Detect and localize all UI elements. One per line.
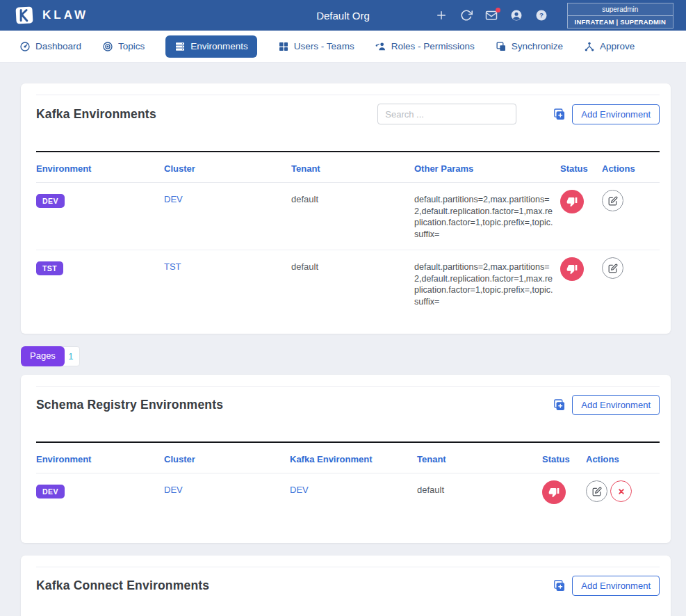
- column-header: Cluster: [164, 442, 290, 473]
- plus-icon[interactable]: [435, 9, 448, 22]
- column-header: Kafka Environment: [290, 442, 417, 473]
- tab-label: Roles - Permissions: [391, 41, 475, 51]
- tenant-cell: default: [417, 473, 542, 527]
- column-header: Actions: [586, 442, 660, 473]
- pages-label: Pages: [21, 346, 65, 366]
- other-params: default.partitions=2,max.partitions=2,de…: [414, 194, 555, 240]
- edit-icon[interactable]: [602, 257, 623, 279]
- navbar-actions: ? superadmin INFRATEAM | SUPERADMIN: [435, 3, 673, 29]
- dashboard-icon: [19, 41, 31, 52]
- table-row: DEV DEV DEV default: [36, 473, 660, 527]
- topics-icon: [102, 41, 113, 52]
- search-input[interactable]: [377, 104, 516, 124]
- tab-topics[interactable]: Topics: [102, 41, 145, 52]
- kafka-environments-table: Environment Cluster Tenant Other Params …: [36, 151, 660, 317]
- tab-approve[interactable]: Approve: [584, 41, 635, 52]
- mail-icon[interactable]: [485, 9, 498, 22]
- refresh-icon[interactable]: [460, 9, 473, 22]
- team-role: INFRATEAM | SUPERADMIN: [567, 15, 673, 29]
- tab-label: Topics: [118, 41, 145, 51]
- tab-label: Dashboard: [35, 41, 81, 51]
- tab-roles-permissions[interactable]: Roles - Permissions: [375, 41, 475, 52]
- tab-synchronize[interactable]: Synchronize: [496, 41, 563, 52]
- column-header: Status: [542, 442, 586, 473]
- tab-dashboard[interactable]: Dashboard: [19, 41, 81, 52]
- tenant-cell: default: [291, 250, 414, 318]
- column-header: Actions: [602, 152, 660, 183]
- tab-users-teams[interactable]: Users - Teams: [278, 41, 354, 52]
- kafka-environment-link[interactable]: DEV: [290, 485, 309, 495]
- column-header: Environment: [36, 152, 164, 183]
- kafka-environments-card: Kafka Environments Add Environment Envir…: [21, 83, 671, 334]
- delete-icon[interactable]: [610, 480, 632, 502]
- copy-add-icon[interactable]: [553, 398, 566, 412]
- environment-badge: TST: [36, 261, 63, 275]
- svg-text:?: ?: [539, 11, 544, 19]
- tab-environments[interactable]: Environments: [165, 35, 257, 58]
- cluster-link[interactable]: TST: [164, 261, 181, 272]
- column-header: Tenant: [417, 442, 542, 473]
- tab-label: Approve: [600, 41, 635, 51]
- brand[interactable]: KLAW: [14, 5, 88, 26]
- kafka-connect-environments-card: Kafka Connect Environments Add Environme…: [21, 556, 671, 616]
- cluster-link[interactable]: DEV: [164, 485, 183, 495]
- environment-badge: DEV: [36, 194, 65, 208]
- other-params: default.partitions=2,max.partitions=2,de…: [414, 261, 555, 307]
- approve-icon: [584, 41, 595, 52]
- environments-icon: [174, 41, 186, 52]
- thumbs-down-icon[interactable]: [542, 480, 566, 504]
- page-title: Kafka Environments: [36, 107, 377, 122]
- synchronize-icon: [496, 41, 507, 52]
- column-header: Other Params: [414, 152, 560, 183]
- user-circle-icon[interactable]: [510, 9, 523, 22]
- column-header: Status: [560, 152, 602, 183]
- notification-dot: [496, 8, 500, 13]
- username: superadmin: [567, 3, 673, 15]
- top-navbar: KLAW Default Org ? superadmin INFRATEAM …: [0, 0, 686, 31]
- copy-add-icon[interactable]: [553, 108, 566, 121]
- users-teams-icon: [278, 41, 289, 52]
- schema-registry-environments-card: Schema Registry Environments Add Environ…: [21, 375, 671, 543]
- thumbs-down-icon[interactable]: [560, 190, 584, 213]
- column-header: Cluster: [164, 152, 291, 183]
- add-environment-button[interactable]: Add Environment: [572, 576, 660, 596]
- column-header: Environment: [36, 442, 164, 473]
- section-title: Kafka Connect Environments: [36, 578, 553, 593]
- tab-label: Environments: [190, 41, 248, 51]
- section-title: Schema Registry Environments: [36, 398, 553, 412]
- schema-environments-table: Environment Cluster Kafka Environment Te…: [36, 441, 660, 526]
- copy-add-icon[interactable]: [553, 579, 566, 592]
- column-header: Tenant: [291, 152, 414, 183]
- klaw-logo-icon: [14, 5, 35, 26]
- help-icon[interactable]: ?: [535, 9, 548, 22]
- main-tabs: Dashboard Topics Environments Users - Te…: [0, 31, 686, 63]
- cluster-link[interactable]: DEV: [164, 194, 183, 204]
- roles-permissions-icon: [375, 41, 386, 52]
- brand-name: KLAW: [42, 8, 88, 22]
- tab-label: Users - Teams: [294, 41, 354, 51]
- tab-label: Synchronize: [512, 41, 563, 51]
- edit-icon[interactable]: [602, 190, 623, 211]
- org-title: Default Org: [316, 10, 370, 22]
- environment-badge: DEV: [36, 485, 65, 499]
- table-row: TST TST default default.partitions=2,max…: [36, 250, 660, 318]
- user-info[interactable]: superadmin INFRATEAM | SUPERADMIN: [567, 3, 673, 29]
- add-environment-button[interactable]: Add Environment: [572, 395, 660, 415]
- pagination: Pages 1: [21, 346, 671, 366]
- add-environment-button[interactable]: Add Environment: [572, 104, 660, 124]
- table-row: DEV DEV default default.partitions=2,max…: [36, 183, 660, 250]
- main-content: Kafka Environments Add Environment Envir…: [0, 63, 686, 616]
- edit-icon[interactable]: [586, 480, 607, 502]
- tenant-cell: default: [291, 183, 414, 250]
- thumbs-down-icon[interactable]: [560, 257, 584, 281]
